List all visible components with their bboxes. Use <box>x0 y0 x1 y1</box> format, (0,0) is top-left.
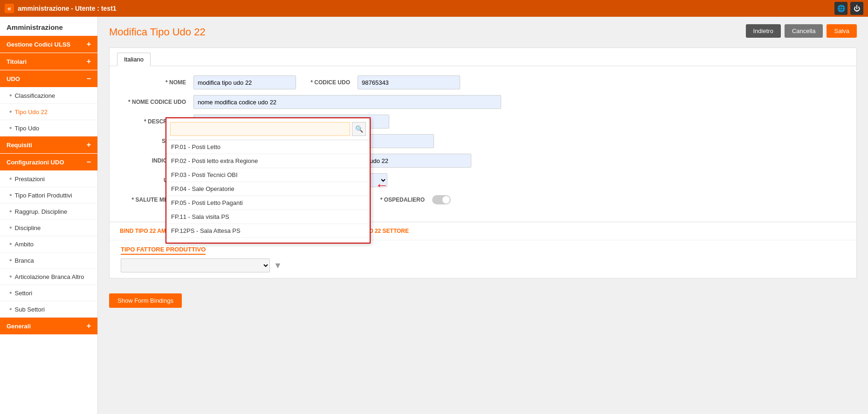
dot-icon: • <box>9 108 12 116</box>
dropdown-item[interactable]: FP.03 - Posti Tecnici OBI <box>166 168 370 182</box>
sidebar-item-prestazioni[interactable]: • Prestazioni <box>0 171 97 187</box>
sidebar-item-ambito[interactable]: • Ambito <box>0 236 97 252</box>
sidebar-item-label: Prestazioni <box>15 176 45 183</box>
sidebar-item-label: Tipo Udo 22 <box>15 109 48 115</box>
app-layout: Amministrazione Gestione Codici ULSS + T… <box>0 17 868 414</box>
sidebar-item-discipline[interactable]: • Discipline <box>0 220 97 236</box>
minus-icon: − <box>87 75 91 83</box>
dot-icon: • <box>9 224 12 232</box>
title-bar: « amministrazione - Utente : test1 🌐 ⏻ <box>0 0 868 17</box>
nome-codice-udo-label: * NOME CODICE UDO <box>121 99 186 105</box>
power-button[interactable]: ⏻ <box>850 2 863 15</box>
sidebar-item-label: Tipo Fattori Produttivi <box>15 192 72 199</box>
page-title: Modifica Tipo Udo 22 <box>109 26 857 38</box>
sidebar-item-articolazione-branca[interactable]: • Articolazione Branca Altro <box>0 269 97 285</box>
tipo-fattore-select-row: ▼ <box>121 258 845 272</box>
dropdown-item[interactable]: FP.05 - Posti Letto Paganti <box>166 196 370 210</box>
sidebar-title: Amministrazione <box>0 17 97 36</box>
dot-icon: • <box>9 240 12 248</box>
sidebar-section-label: Requisiti <box>7 142 32 149</box>
title-bar-title: amministrazione - Utente : test1 <box>18 5 117 12</box>
tab-italiano[interactable]: Italiano <box>117 53 151 66</box>
search-button[interactable]: 🔍 <box>352 122 366 136</box>
dropdown-item[interactable]: FP.12PS - Sala Attesa PS <box>166 224 370 238</box>
form-body: * NOME * CODICE UDO * NOME CODICE UDO * … <box>110 66 856 222</box>
sidebar-item-label: Sub Settori <box>15 306 45 313</box>
red-arrow-indicator: ← <box>375 178 388 193</box>
dropdown-item[interactable]: FP.01 - Posti Letto <box>166 140 370 154</box>
salva-button[interactable]: Salva <box>827 24 857 38</box>
tipo-fattore-section: TIPO FATTORE PRODUTTIVO ▼ <box>110 240 856 278</box>
show-bindings-button[interactable]: Show Form Bindings <box>109 293 182 308</box>
sidebar-section-generali[interactable]: Generali + <box>0 318 97 334</box>
nome-codice-udo-input[interactable] <box>193 95 501 109</box>
sidebar-item-label: Articolazione Branca Altro <box>15 273 84 280</box>
sidebar-section-label: Configurazioni UDO <box>7 159 64 166</box>
dropdown-item[interactable]: FP.04 - Sale Operatorie <box>166 182 370 196</box>
dot-icon: • <box>9 91 12 100</box>
dropdown-item[interactable]: FP.20 - Stanza Degenza <box>166 238 370 243</box>
sidebar-item-label: Raggrup. Discipline <box>15 208 68 215</box>
plus-icon: + <box>87 57 91 66</box>
ospedaliero-label: * OSPEDALIERO <box>369 197 425 203</box>
codice-udo-label: * CODICE UDO <box>303 79 350 86</box>
form-row-nome-codice: * NOME CODICE UDO <box>121 95 845 109</box>
sidebar-item-label: Branca <box>15 257 34 264</box>
tipo-fattore-label: TIPO FATTORE PRODUTTIVO <box>121 246 206 255</box>
ospedaliero-toggle[interactable] <box>432 195 451 204</box>
dot-icon: • <box>9 256 12 265</box>
dot-icon: • <box>9 175 12 183</box>
sidebar-item-label: Classificazione <box>15 92 55 99</box>
title-bar-right: 🌐 ⏻ <box>834 2 863 15</box>
sidebar-section-label: Titolari <box>7 58 27 65</box>
plus-icon: + <box>87 322 91 330</box>
sidebar-item-label: Ambito <box>15 241 34 248</box>
sidebar-item-tipo-udo[interactable]: • Tipo Udo <box>0 120 97 136</box>
cancella-button[interactable]: Cancella <box>785 24 823 38</box>
main-content: Indietro Cancella Salva Modifica Tipo Ud… <box>98 17 868 414</box>
search-dropdown: 🔍 FP.01 - Posti Letto FP.02 - Posti lett… <box>165 117 371 244</box>
globe-button[interactable]: 🌐 <box>834 2 847 15</box>
tipo-fattore-select[interactable] <box>121 258 270 272</box>
top-action-bar: Indietro Cancella Salva <box>746 24 857 38</box>
indietro-button[interactable]: Indietro <box>746 24 781 38</box>
dropdown-item[interactable]: FP.11 - Sala visita PS <box>166 210 370 224</box>
sidebar-item-label: Discipline <box>15 224 41 231</box>
sidebar-section-label: Gestione Codici ULSS <box>7 41 70 48</box>
dot-icon: • <box>9 272 12 281</box>
sidebar-item-settori[interactable]: • Settori <box>0 285 97 301</box>
minus-icon: − <box>87 158 91 166</box>
dropdown-chevron-icon[interactable]: ▼ <box>274 261 282 271</box>
sidebar-section-requisiti[interactable]: Requisiti + <box>0 136 97 153</box>
form-tabs: Italiano <box>110 48 856 66</box>
app-icon[interactable]: « <box>5 4 14 13</box>
search-dropdown-input[interactable] <box>170 122 350 136</box>
sidebar-section-udo[interactable]: UDO − <box>0 70 97 87</box>
dot-icon: • <box>9 305 12 313</box>
title-bar-left: « amministrazione - Utente : test1 <box>5 4 117 13</box>
dropdown-list: FP.01 - Posti Letto FP.02 - Posti letto … <box>166 140 370 243</box>
sidebar-section-gestione-codici[interactable]: Gestione Codici ULSS + <box>0 36 97 53</box>
sidebar-item-raggrup-discipline[interactable]: • Raggrup. Discipline <box>0 204 97 220</box>
sidebar-item-tipo-udo-22[interactable]: • Tipo Udo 22 <box>0 104 97 120</box>
form-row-nome: * NOME * CODICE UDO <box>121 75 845 89</box>
sidebar-item-label: Settori <box>15 290 33 297</box>
nome-label: * NOME <box>121 79 186 86</box>
sidebar-item-sub-settori[interactable]: • Sub Settori <box>0 301 97 318</box>
dot-icon: • <box>9 207 12 216</box>
sidebar-section-titolari[interactable]: Titolari + <box>0 53 97 70</box>
plus-icon: + <box>87 141 91 149</box>
sidebar-section-label: Generali <box>7 323 31 330</box>
sidebar-section-configurazioni-udo[interactable]: Configurazioni UDO − <box>0 154 97 170</box>
sidebar-item-tipo-fattori[interactable]: • Tipo Fattori Produttivi <box>0 187 97 204</box>
dot-icon: • <box>9 191 12 199</box>
nome-input[interactable] <box>193 75 296 89</box>
dot-icon: • <box>9 124 12 132</box>
sidebar-section-label: UDO <box>7 75 20 82</box>
sidebar-item-classificazione[interactable]: • Classificazione <box>0 88 97 104</box>
plus-icon: + <box>87 40 91 48</box>
sidebar: Amministrazione Gestione Codici ULSS + T… <box>0 17 98 414</box>
sidebar-item-branca[interactable]: • Branca <box>0 252 97 269</box>
codice-udo-input[interactable] <box>358 75 460 89</box>
dropdown-item[interactable]: FP.02 - Posti letto extra Regione <box>166 154 370 168</box>
